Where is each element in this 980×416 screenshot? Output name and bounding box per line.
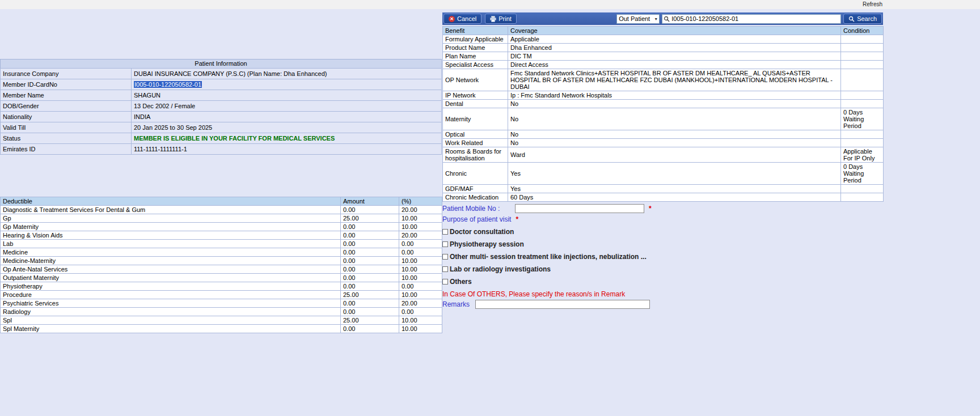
- patient-info-row: Valid Till20 Jan 2025 to 30 Sep 2025: [1, 122, 442, 133]
- visit-option-checkbox[interactable]: [442, 229, 448, 235]
- deductible-name: Spl: [1, 316, 341, 325]
- benefit-name: Formulary Applicable: [443, 35, 508, 44]
- visit-option-checkbox[interactable]: [442, 241, 448, 247]
- benefit-row: OpticalNo: [443, 130, 884, 139]
- benefit-name: OP Network: [443, 69, 508, 91]
- patient-type-select[interactable]: Out Patient ▼: [616, 14, 660, 24]
- visit-option: Other multi- session treatment like inje…: [442, 253, 883, 261]
- field-label: Insurance Company: [1, 69, 132, 79]
- patient-info-table: Insurance CompanyDUBAI INSURANCE COMPANY…: [0, 68, 442, 155]
- patient-info-title: Patient Information: [0, 59, 442, 69]
- benefit-coverage: Fmc Standard Network Clinics+ASTER HOSPI…: [508, 69, 841, 91]
- benefit-coverage: Ward: [508, 147, 841, 163]
- deductible-percent: 10.00: [399, 265, 442, 274]
- deductible-amount: 0.00: [341, 223, 399, 231]
- search-button-icon: [848, 16, 855, 22]
- deductible-amount: 0.00: [341, 257, 399, 265]
- benefit-row: Product NameDha Enhanced: [443, 44, 884, 52]
- refresh-link[interactable]: Refresh: [863, 1, 882, 7]
- benefit-condition: 0 Days Waiting Period: [841, 163, 884, 185]
- required-asterisk: *: [516, 215, 518, 223]
- benefit-coverage: Direct Access: [508, 61, 841, 69]
- deductible-percent: 10.00: [399, 257, 442, 265]
- deductible-row: Medicine-Maternity0.0010.00: [1, 257, 442, 265]
- search-icon: [664, 16, 670, 22]
- field-label: Emirates ID: [1, 144, 132, 155]
- benefit-row: DentalNo: [443, 100, 884, 108]
- benefit-condition: [841, 52, 884, 61]
- search-button[interactable]: Search: [843, 14, 882, 24]
- deductible-row: Radiology0.000.00: [1, 308, 442, 316]
- benefit-coverage: No: [508, 100, 841, 108]
- visit-option-checkbox[interactable]: [442, 254, 448, 260]
- visit-option: Lab or radiology investigations: [442, 265, 883, 273]
- print-icon: [490, 16, 496, 22]
- deductible-row: Psychiatric Services0.0020.00: [1, 299, 442, 308]
- deductible-name: Physiotherapy: [1, 282, 341, 291]
- benefit-header-cell: Condition: [841, 27, 884, 35]
- cancel-button[interactable]: ✕ Cancel: [443, 14, 481, 24]
- patient-info-row: NationalityINDIA: [1, 112, 442, 122]
- deductible-percent: 10.00: [399, 274, 442, 282]
- visit-option-checkbox[interactable]: [442, 266, 448, 272]
- patient-info-row: StatusMEMBER IS ELIGIBLE IN YOUR FACILIT…: [1, 133, 442, 144]
- search-input-wrap: [662, 14, 841, 24]
- benefit-condition: [841, 61, 884, 69]
- deductible-row: Physiotherapy0.000.00: [1, 282, 442, 291]
- benefit-coverage: No: [508, 130, 841, 139]
- benefit-condition: [841, 130, 884, 139]
- remarks-input[interactable]: [475, 300, 650, 309]
- search-input[interactable]: [671, 15, 839, 23]
- benefit-condition: [841, 44, 884, 52]
- field-label: Status: [1, 133, 132, 144]
- deductible-table: DeductibleAmount(%) Diagnostic & Treatme…: [0, 197, 442, 333]
- visit-option-label: Other multi- session treatment like inje…: [450, 253, 647, 261]
- deductible-header-cell: Amount: [341, 197, 399, 206]
- benefit-condition: [841, 185, 884, 193]
- benefit-row: OP NetworkFmc Standard Network Clinics+A…: [443, 69, 884, 91]
- visit-form: Patient Mobile No : * Purpose of patient…: [442, 203, 883, 309]
- benefit-coverage: Applicable: [508, 35, 841, 44]
- visit-option: Doctor consultation: [442, 228, 883, 236]
- deductible-amount: 0.00: [341, 299, 399, 308]
- benefit-name: Plan Name: [443, 52, 508, 61]
- deductible-name: Gp: [1, 214, 341, 223]
- field-label: Member Name: [1, 90, 132, 101]
- deductible-percent: 0.00: [399, 248, 442, 257]
- visit-option-label: Lab or radiology investigations: [450, 265, 551, 273]
- deductible-row: Gp25.0010.00: [1, 214, 442, 223]
- benefit-coverage: Yes: [508, 185, 841, 193]
- cancel-icon: ✕: [449, 16, 455, 22]
- field-value: SHAGUN: [132, 90, 442, 101]
- visit-option-label: Others: [450, 278, 472, 286]
- patient-mobile-input[interactable]: [515, 204, 644, 213]
- benefit-name: Optical: [443, 130, 508, 139]
- print-button[interactable]: Print: [485, 14, 517, 24]
- benefit-row: MaternityNo0 Days Waiting Period: [443, 108, 884, 130]
- deductible-amount: 0.00: [341, 282, 399, 291]
- benefit-name: Dental: [443, 100, 508, 108]
- deductible-name: Radiology: [1, 308, 341, 316]
- deductible-amount: 0.00: [341, 265, 399, 274]
- benefit-row: Plan NameDIC TM: [443, 52, 884, 61]
- patient-mobile-label: Patient Mobile No :: [442, 205, 515, 213]
- deductible-percent: 10.00: [399, 214, 442, 223]
- deductible-percent: 10.00: [399, 325, 442, 333]
- print-button-label: Print: [499, 15, 512, 22]
- benefit-coverage: Dha Enhanced: [508, 44, 841, 52]
- deductible-row: Op Ante-Natal Services0.0010.00: [1, 265, 442, 274]
- benefit-header-cell: Coverage: [508, 27, 841, 35]
- field-value: I005-010-122050582-01: [132, 79, 442, 90]
- benefit-row: Work RelatedNo: [443, 139, 884, 147]
- benefit-row: IP NetworkIp : Fmc Standard Network Hosp…: [443, 91, 884, 100]
- member-id-highlight: I005-010-122050582-01: [134, 81, 202, 88]
- deductible-row: Diagnostic & Treatment Services For Dent…: [1, 206, 442, 214]
- benefit-row: Formulary ApplicableApplicable: [443, 35, 884, 44]
- deductible-header-cell: (%): [399, 197, 442, 206]
- benefit-name: Product Name: [443, 44, 508, 52]
- benefit-row: Chronic Medication60 Days: [443, 193, 884, 202]
- visit-option-checkbox[interactable]: [442, 279, 448, 285]
- benefit-coverage: No: [508, 139, 841, 147]
- deductible-name: Hearing & Vision Aids: [1, 231, 341, 240]
- benefit-condition: [841, 100, 884, 108]
